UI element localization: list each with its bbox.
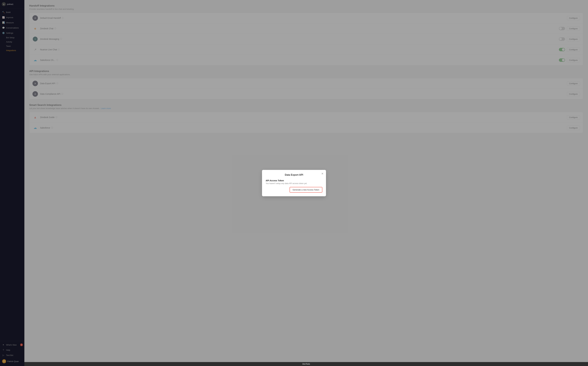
data-export-api-modal: Data Export API ✕ API Access Token You h… bbox=[262, 170, 326, 196]
generate-access-token-button[interactable]: Generate a new Access Token bbox=[290, 187, 322, 193]
dev-tools-label: DevTools bbox=[302, 363, 310, 365]
modal-title: Data Export API bbox=[266, 174, 322, 176]
modal-section-title: API Access Token bbox=[266, 179, 322, 182]
dev-tools-bar[interactable]: DevTools bbox=[24, 362, 588, 366]
modal-button-row: Generate a new Access Token bbox=[266, 187, 322, 193]
modal-close-button[interactable]: ✕ bbox=[321, 172, 323, 175]
modal-section-subtitle: You haven't setup any data API access to… bbox=[266, 182, 322, 184]
modal-overlay: Data Export API ✕ API Access Token You h… bbox=[0, 0, 588, 366]
